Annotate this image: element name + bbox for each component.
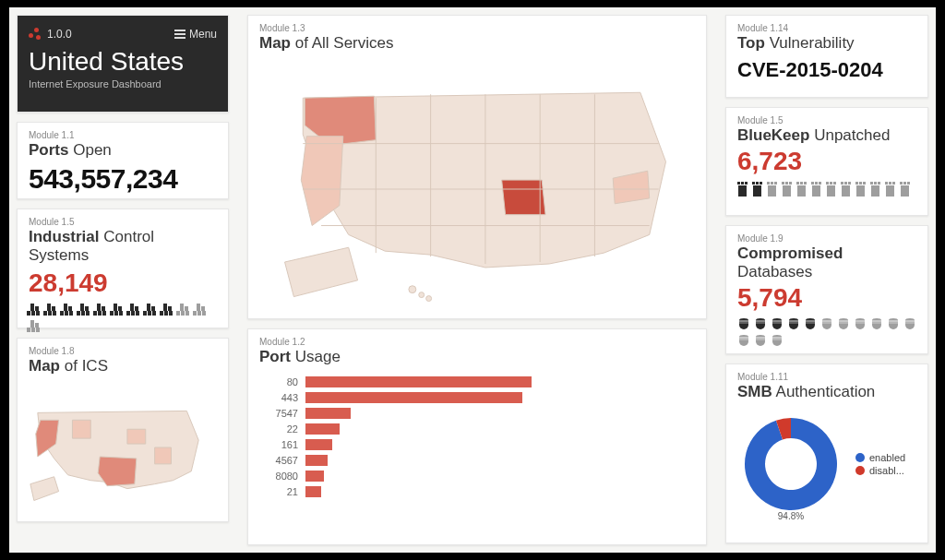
bar-label: 4567	[259, 455, 305, 466]
bar-row: 8080	[259, 468, 695, 483]
database-icon	[737, 335, 750, 348]
logo-icon	[29, 28, 42, 41]
module-title: Ports Open	[29, 141, 217, 160]
module-label: Module 1.11	[737, 372, 916, 382]
factory-icon	[112, 304, 125, 316]
ports-open-card: Module 1.1 Ports Open 543,557,234	[17, 122, 229, 199]
factory-icon	[95, 304, 108, 316]
module-label: Module 1.1	[29, 130, 217, 140]
legend-swatch	[855, 466, 865, 475]
legend-swatch	[855, 453, 865, 462]
module-label: Module 1.5	[29, 217, 217, 227]
module-title: Map of All Services	[259, 34, 695, 53]
bluekeep-icon-row	[737, 182, 916, 197]
version-label: 1.0.0	[47, 28, 72, 41]
tower-icon	[826, 182, 837, 197]
services-map-card: Module 1.3 Map of All Services	[247, 15, 707, 319]
tower-icon	[870, 182, 881, 197]
hamburger-icon	[174, 30, 185, 39]
database-icon	[887, 318, 900, 331]
tower-icon	[767, 182, 778, 197]
module-label: Module 1.8	[29, 346, 217, 356]
tower-icon	[796, 182, 807, 197]
module-title: Compromised Databases	[737, 244, 916, 281]
compromised-icon-row	[737, 318, 916, 348]
module-label: Module 1.9	[737, 233, 916, 244]
ics-card: Module 1.5 Industrial Control Systems 28…	[17, 209, 229, 328]
database-icon	[854, 318, 867, 331]
tower-icon	[752, 182, 763, 197]
bar-row: 7547	[259, 405, 695, 421]
bar	[305, 471, 324, 482]
database-icon	[771, 318, 784, 331]
bar-row: 443	[259, 389, 695, 405]
bar	[305, 392, 522, 403]
tower-icon	[900, 182, 911, 197]
bar-row: 4567	[259, 452, 695, 468]
dashboard-subtitle: Internet Exposure Dashboard	[29, 78, 217, 89]
bar-label: 7547	[259, 408, 305, 419]
compromised-db-card: Module 1.9 Compromised Databases 5,794	[725, 225, 928, 354]
tower-icon	[811, 182, 822, 197]
module-label: Module 1.14	[737, 23, 916, 33]
bar	[305, 408, 351, 419]
bar-row: 161	[259, 436, 695, 452]
module-label: Module 1.5	[737, 115, 916, 125]
module-title: BlueKeep Unpatched	[737, 126, 916, 145]
country-title: United States	[29, 47, 217, 77]
factory-icon	[145, 304, 158, 316]
smb-donut-chart[interactable]: 94.8%	[736, 409, 846, 519]
legend-label: enabled	[869, 452, 905, 463]
database-icon	[754, 318, 767, 331]
module-title: Industrial Control Systems	[29, 228, 217, 265]
database-icon	[737, 318, 750, 331]
tower-icon	[782, 182, 793, 197]
module-title: Top Vulnerability	[737, 34, 916, 53]
factory-icon	[161, 304, 174, 316]
menu-button[interactable]: Menu	[174, 28, 217, 41]
services-usa-map[interactable]	[248, 60, 704, 318]
svg-point-9	[419, 292, 425, 298]
module-title: Port Usage	[259, 348, 695, 366]
database-icon	[787, 318, 800, 331]
database-icon	[754, 335, 767, 348]
svg-point-8	[409, 286, 416, 293]
bar	[305, 439, 332, 450]
port-usage-chart[interactable]: 804437547221614567808021	[248, 374, 706, 506]
factory-icon	[45, 304, 58, 316]
port-usage-card: Module 1.2 Port Usage 804437547221614567…	[247, 328, 707, 545]
bar	[305, 376, 532, 387]
database-icon	[771, 335, 784, 348]
menu-label: Menu	[189, 28, 217, 41]
database-icon	[820, 318, 833, 331]
database-icon	[804, 318, 817, 331]
top-vuln-value: CVE-2015-0204	[737, 58, 916, 82]
module-title: Map of ICS	[29, 357, 217, 375]
bar-label: 443	[259, 392, 305, 403]
legend-label: disabl...	[869, 465, 904, 476]
database-icon	[870, 318, 883, 331]
module-title: SMB Authentication	[737, 383, 916, 401]
bluekeep-card: Module 1.5 BlueKeep Unpatched 6,723	[725, 107, 928, 216]
svg-point-10	[426, 296, 432, 302]
factory-icon	[29, 320, 42, 333]
bar-row: 21	[259, 483, 695, 499]
factory-icon	[62, 304, 75, 316]
bar-row: 22	[259, 421, 695, 436]
tower-icon	[737, 182, 748, 197]
smb-pct-label: 94.8%	[736, 511, 846, 521]
ics-usa-map[interactable]	[18, 383, 219, 521]
smb-legend: enableddisabl...	[855, 450, 905, 478]
factory-icon	[78, 304, 91, 316]
ports-open-value: 543,557,234	[29, 163, 217, 195]
ics-icon-row	[29, 304, 217, 333]
factory-icon	[128, 304, 141, 316]
bar	[305, 486, 321, 497]
bar	[305, 423, 340, 435]
tower-icon	[885, 182, 896, 197]
bar	[305, 455, 328, 466]
bar-label: 80	[259, 376, 305, 387]
factory-icon	[178, 304, 191, 316]
bluekeep-value: 6,723	[737, 147, 916, 176]
top-vuln-card: Module 1.14 Top Vulnerability CVE-2015-0…	[725, 15, 928, 98]
